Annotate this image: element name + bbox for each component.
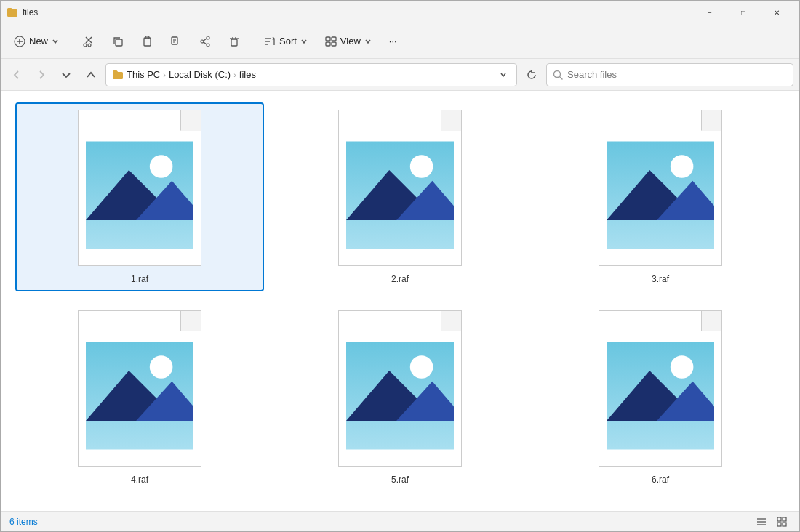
doc-shape (599, 110, 722, 266)
file-name: 4.raf (131, 475, 148, 485)
svg-rect-62 (777, 523, 781, 526)
file-item[interactable]: 2.raf (276, 102, 524, 291)
refresh-icon (527, 70, 537, 80)
breadcrumb[interactable]: This PC › Local Disk (C:) › files (105, 63, 517, 86)
svg-line-18 (204, 42, 207, 44)
file-thumbnail (588, 110, 733, 270)
svg-point-56 (671, 355, 694, 379)
doc-image-area (607, 333, 714, 459)
file-name: 1.raf (131, 274, 148, 284)
grid-view-button[interactable] (773, 513, 791, 531)
new-button[interactable]: New (7, 28, 66, 55)
up-button[interactable] (81, 65, 101, 85)
svg-rect-8 (144, 38, 151, 46)
search-bar[interactable] (546, 63, 793, 86)
search-input[interactable] (567, 69, 787, 80)
file-area: 1.raf (1, 91, 799, 511)
expand-icon (61, 70, 71, 80)
sep-2: › (233, 70, 236, 79)
breadcrumb-folder-icon (112, 69, 124, 81)
list-view-button[interactable] (753, 513, 770, 531)
rename-button[interactable] (163, 28, 189, 55)
expand-button[interactable] (56, 65, 76, 85)
doc-corner (180, 311, 201, 331)
close-button[interactable]: ✕ (760, 1, 793, 24)
breadcrumb-dropdown[interactable] (496, 68, 511, 82)
breadcrumb-files[interactable]: files (239, 69, 256, 80)
svg-rect-7 (116, 39, 122, 46)
file-item[interactable]: 3.raf (536, 102, 785, 291)
svg-point-40 (410, 155, 433, 178)
svg-rect-29 (326, 42, 330, 46)
forward-icon (36, 70, 47, 80)
rename-icon (170, 36, 182, 47)
file-item[interactable]: 5.raf (276, 303, 524, 492)
svg-rect-63 (783, 523, 786, 526)
title-bar: files − □ ✕ (1, 1, 799, 24)
file-thumbnail (588, 310, 733, 470)
svg-point-52 (410, 355, 433, 379)
search-icon (553, 70, 563, 80)
paste-button[interactable] (134, 28, 160, 55)
doc-image-area (86, 132, 193, 258)
doc-corner (180, 110, 201, 131)
image-icon (607, 132, 714, 258)
doc-image-area (607, 132, 714, 258)
image-icon (346, 333, 454, 459)
window-title: files (23, 7, 38, 17)
image-icon (86, 132, 193, 258)
view-icon (325, 36, 337, 47)
svg-point-14 (207, 36, 209, 39)
chevron-down-icon-4 (500, 71, 507, 78)
copy-button[interactable] (105, 28, 131, 55)
svg-rect-61 (783, 517, 786, 521)
svg-rect-30 (332, 42, 336, 46)
svg-point-6 (88, 44, 91, 47)
image-icon (346, 132, 454, 258)
separator-2 (252, 33, 252, 50)
file-name: 6.raf (652, 475, 669, 485)
svg-rect-28 (332, 37, 336, 41)
minimize-button[interactable]: − (693, 1, 727, 24)
file-item[interactable]: 4.raf (15, 303, 264, 492)
folder-icon (7, 7, 18, 18)
svg-point-15 (201, 40, 204, 43)
grid-view-icon (776, 516, 788, 528)
doc-image-area (346, 333, 454, 459)
doc-corner (441, 110, 461, 131)
chevron-down-icon-2 (300, 38, 308, 45)
back-button[interactable] (7, 65, 27, 85)
more-button[interactable]: ··· (382, 28, 404, 55)
image-icon (86, 333, 193, 459)
maximize-button[interactable]: □ (727, 1, 760, 24)
breadcrumb-this-pc[interactable]: This PC (127, 69, 160, 80)
file-grid: 1.raf (15, 102, 785, 492)
doc-shape (599, 310, 722, 467)
file-item[interactable]: 1.raf (15, 102, 264, 291)
svg-rect-27 (326, 37, 330, 41)
file-item[interactable]: 6.raf (536, 303, 785, 492)
refresh-button[interactable] (521, 65, 542, 85)
svg-point-48 (150, 355, 173, 379)
doc-image-area (346, 132, 454, 258)
sort-icon (264, 36, 276, 47)
cut-button[interactable] (76, 28, 102, 55)
doc-shape (338, 110, 462, 266)
separator-1 (71, 33, 71, 50)
share-icon (199, 36, 211, 47)
share-button[interactable] (192, 28, 218, 55)
doc-shape (78, 110, 201, 266)
delete-button[interactable] (221, 28, 247, 55)
svg-point-36 (150, 155, 173, 178)
image-icon (607, 333, 714, 459)
sort-button[interactable]: Sort (257, 28, 315, 55)
plus-icon (14, 36, 25, 47)
chevron-down-icon (52, 38, 59, 45)
breadcrumb-local-disk[interactable]: Local Disk (C:) (169, 69, 231, 80)
forward-button[interactable] (31, 65, 52, 85)
list-view-icon (756, 516, 767, 528)
file-thumbnail (327, 310, 473, 470)
view-switcher (753, 513, 791, 531)
svg-line-32 (560, 76, 563, 79)
view-button[interactable]: View (318, 28, 379, 55)
